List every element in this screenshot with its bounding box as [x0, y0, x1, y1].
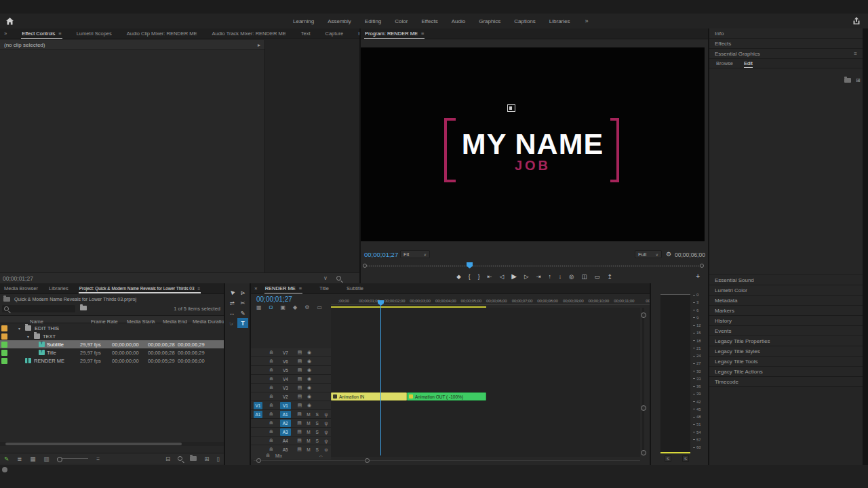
- label-color-chip[interactable]: [1, 342, 7, 348]
- thumbnail-zoom-slider[interactable]: [57, 458, 88, 459]
- source-patch[interactable]: [254, 367, 262, 374]
- sync-lock-icon[interactable]: ▤: [295, 438, 304, 443]
- panel-tab[interactable]: Text≡: [300, 28, 311, 39]
- track-lock-icon[interactable]: ⋒: [267, 376, 276, 382]
- sequence-tab[interactable]: Title≡: [319, 283, 330, 293]
- solo-button[interactable]: S: [313, 412, 321, 417]
- track-name[interactable]: A3: [280, 428, 291, 436]
- label-color-chip[interactable]: [1, 350, 7, 356]
- video-track-header[interactable]: ⋒ V4 ▤ ◉: [251, 375, 331, 384]
- snap-magnet-icon[interactable]: Ω: [269, 304, 273, 310]
- video-track-header[interactable]: ⋒ V7 ▤ ◉: [251, 348, 331, 357]
- trash-icon[interactable]: ▯: [216, 455, 220, 462]
- fit-dropdown[interactable]: Fit∨: [400, 250, 430, 258]
- chevron-right-icon[interactable]: ▸: [258, 42, 260, 48]
- go-to-out-icon[interactable]: ⇥: [536, 273, 540, 280]
- panel-tab-overflow-icon[interactable]: »: [3, 28, 7, 39]
- track-lock-icon[interactable]: ⋒: [267, 367, 276, 373]
- project-tab[interactable]: Media Browser≡: [3, 283, 39, 293]
- add-marker-icon[interactable]: ◆: [456, 273, 461, 280]
- source-patch[interactable]: [254, 358, 262, 365]
- export-icon[interactable]: ↥: [608, 273, 612, 280]
- mute-button[interactable]: M: [304, 421, 313, 426]
- mute-button[interactable]: M: [304, 430, 313, 434]
- extract-icon[interactable]: ↓: [559, 273, 561, 280]
- item-name[interactable]: TEXT: [43, 333, 56, 340]
- track-name[interactable]: V4: [280, 375, 291, 383]
- sidebar-panel-header[interactable]: Legacy Title Actions: [709, 367, 863, 377]
- source-patch[interactable]: [254, 428, 262, 436]
- sync-lock-icon[interactable]: ▤: [295, 367, 304, 373]
- scrollbar-thumb[interactable]: [5, 443, 182, 445]
- pen-tool[interactable]: ✎: [237, 308, 248, 318]
- track-name[interactable]: V6: [280, 358, 291, 365]
- type-tool[interactable]: T: [237, 318, 248, 328]
- workspace-tab[interactable]: Captions: [514, 18, 536, 24]
- search-input[interactable]: [2, 305, 75, 312]
- sync-lock-icon[interactable]: ▤: [295, 420, 304, 426]
- project-tab[interactable]: Libraries≡: [48, 283, 69, 293]
- project-row[interactable]: RENDER ME 29,97 fps 00;00;00;00 00;00;05…: [0, 357, 224, 365]
- sync-lock-icon[interactable]: ▤: [295, 350, 304, 355]
- razor-tool[interactable]: ✂: [237, 298, 248, 308]
- source-patch[interactable]: [254, 437, 262, 445]
- toggle-track-output-icon[interactable]: ◉: [304, 385, 314, 390]
- track-lock-icon[interactable]: ⋒: [267, 429, 276, 434]
- mark-out-icon[interactable]: }: [478, 273, 480, 280]
- item-name[interactable]: RENDER ME: [34, 358, 64, 364]
- timeline-timecode[interactable]: 00;00;01;27: [256, 296, 292, 303]
- go-to-in-icon[interactable]: ⇤: [488, 273, 492, 280]
- linked-selection-icon[interactable]: ▣: [281, 304, 286, 310]
- lift-icon[interactable]: ↑: [549, 273, 551, 280]
- sidebar-panel-header[interactable]: Legacy Title Properties: [709, 336, 863, 346]
- timeline-settings-icon[interactable]: ⚙: [304, 304, 309, 310]
- track-name[interactable]: V2: [280, 393, 291, 401]
- audio-track-header[interactable]: ⋒ A3 ▤ M S ψ: [251, 428, 331, 436]
- mark-in-icon[interactable]: {: [469, 273, 471, 280]
- step-back-icon[interactable]: ◁: [500, 273, 505, 280]
- sync-lock-icon[interactable]: ▤: [295, 376, 304, 382]
- scrubber-right-handle[interactable]: [700, 264, 704, 268]
- sync-lock-icon[interactable]: ▤: [295, 411, 304, 417]
- sync-lock-icon[interactable]: ▤: [295, 403, 304, 408]
- source-patch[interactable]: V1: [254, 402, 262, 409]
- mic-icon[interactable]: ψ: [321, 439, 331, 443]
- source-patch[interactable]: [254, 393, 262, 401]
- timeline-clip-animation-in[interactable]: Animation IN: [331, 392, 407, 401]
- export-frame-icon[interactable]: ◎: [569, 273, 574, 280]
- toggle-track-output-icon[interactable]: ◉: [304, 403, 314, 408]
- zoom-icon[interactable]: [336, 276, 341, 281]
- solo-button[interactable]: S: [313, 430, 321, 434]
- track-lock-icon[interactable]: ⋒: [267, 420, 276, 426]
- essential-graphics-header[interactable]: Essential Graphics ≡: [709, 49, 863, 59]
- toggle-track-output-icon[interactable]: ◉: [304, 359, 314, 364]
- vscroll-handle[interactable]: [641, 450, 646, 455]
- panel-menu-icon[interactable]: ≡: [197, 286, 200, 291]
- label-color-chip[interactable]: [1, 358, 7, 364]
- audio-track-header[interactable]: A1 ⋒ A1 ▤ M S ψ: [251, 410, 331, 419]
- panel-tab[interactable]: Audio Track Mixer: RENDER ME≡: [212, 28, 287, 39]
- sidebar-panel-header[interactable]: Timecode: [709, 377, 863, 387]
- track-lock-icon[interactable]: ⋒: [267, 438, 276, 443]
- mic-icon[interactable]: ψ: [321, 421, 331, 426]
- essential-graphics-tab[interactable]: Browse: [716, 59, 733, 68]
- sidebar-panel-header[interactable]: Legacy Title Tools: [709, 357, 863, 367]
- program-tab[interactable]: Program: RENDER ME≡: [364, 28, 425, 39]
- track-name[interactable]: V7: [280, 349, 291, 357]
- source-patch[interactable]: [254, 420, 262, 427]
- vscroll-handle[interactable]: [641, 405, 646, 411]
- video-track-header[interactable]: ⋒ V3 ▤ ◉: [251, 384, 331, 392]
- vscroll-handle[interactable]: [641, 312, 646, 318]
- sidebar-panel-header[interactable]: Events: [709, 326, 863, 336]
- panel-tab[interactable]: Edit To Tape≡: [357, 28, 359, 39]
- scrubber-track[interactable]: [367, 265, 700, 267]
- sidebar-panel-header[interactable]: Lumetri Color: [709, 285, 863, 296]
- panel-tab[interactable]: Lumetri Scopes≡: [76, 28, 113, 39]
- toggle-track-output-icon[interactable]: ◉: [304, 350, 314, 355]
- track-lock-icon[interactable]: ⋒: [267, 359, 276, 364]
- video-track-header[interactable]: V1 ⋒ V1 ▤ ◉: [251, 401, 331, 410]
- sidebar-panel-header[interactable]: Effects: [709, 39, 863, 49]
- workspace-overflow-icon[interactable]: »: [585, 18, 588, 24]
- panel-tab[interactable]: Effect Controls≡: [21, 28, 62, 39]
- new-bin-icon[interactable]: [190, 456, 197, 461]
